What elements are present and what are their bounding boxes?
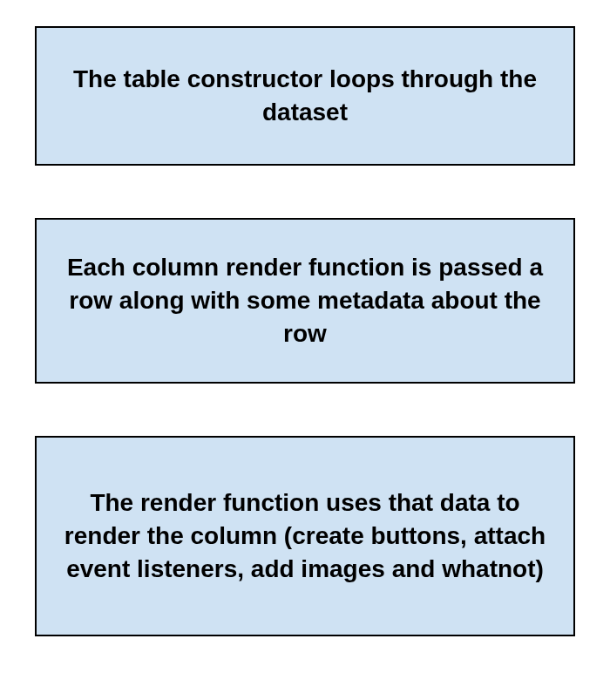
diagram-step-1: The table constructor loops through the … — [35, 26, 575, 166]
diagram-step-3-text: The render function uses that data to re… — [61, 486, 549, 585]
diagram-step-1-text: The table constructor loops through the … — [61, 63, 549, 129]
diagram-step-3: The render function uses that data to re… — [35, 436, 575, 636]
diagram-step-2-text: Each column render function is passed a … — [61, 251, 549, 350]
diagram-step-2: Each column render function is passed a … — [35, 218, 575, 384]
